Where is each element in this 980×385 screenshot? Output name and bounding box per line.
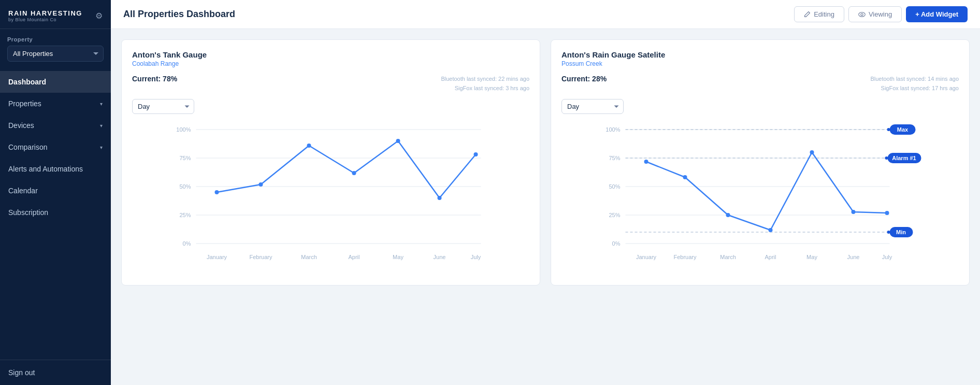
header-actions: Editing Viewing + Add Widget (794, 6, 968, 22)
day-select-2[interactable]: Day Week Month (561, 99, 624, 114)
sidebar-item-label: Dashboard (8, 78, 46, 86)
pencil-icon (804, 11, 811, 18)
svg-point-46 (644, 160, 648, 164)
chart-container-2: 100% 75% 50% 25% 0% January February Mar… (561, 119, 959, 275)
svg-point-52 (885, 211, 889, 215)
logo-sub: by Blue Mountain Co (8, 17, 82, 22)
sidebar-item-dashboard[interactable]: Dashboard (0, 71, 111, 93)
sidebar-item-properties[interactable]: Properties ▾ (0, 93, 111, 115)
svg-point-50 (810, 150, 814, 154)
logo-text: RAIN HARVESTING by Blue Mountain Co (8, 9, 82, 22)
svg-point-21 (307, 144, 311, 148)
eye-icon (858, 12, 866, 17)
svg-point-22 (352, 171, 356, 175)
svg-text:50%: 50% (179, 183, 191, 190)
sidebar: RAIN HARVESTING by Blue Mountain Co ⚙ Pr… (0, 0, 111, 385)
sidebar-item-label: Comparison (8, 143, 47, 151)
svg-text:January: January (636, 254, 657, 260)
svg-text:75%: 75% (609, 155, 620, 161)
chart-container-1: 100% 75% 50% 25% 0% January February Mar… (132, 119, 529, 275)
widget-subtitle-2: Possum Creek (561, 60, 959, 67)
current-value-2: Current: 28% (561, 75, 607, 83)
svg-text:March: March (720, 254, 736, 260)
widget-rain-gauge: Anton's Rain Gauge Satelite Possum Creek… (551, 39, 970, 286)
sidebar-logo: RAIN HARVESTING by Blue Mountain Co ⚙ (0, 0, 111, 29)
gear-icon[interactable]: ⚙ (95, 11, 103, 21)
svg-point-1 (861, 13, 863, 15)
widget-meta-2: Current: 28% Bluetooth last synced: 14 m… (561, 75, 959, 93)
svg-text:July: July (471, 254, 481, 260)
svg-point-47 (683, 175, 687, 179)
sidebar-item-calendar[interactable]: Calendar (0, 180, 111, 202)
chevron-down-icon: ▾ (100, 101, 103, 107)
widget-title-2: Anton's Rain Gauge Satelite (561, 50, 959, 59)
svg-text:100%: 100% (606, 126, 620, 133)
widget-header-2: Anton's Rain Gauge Satelite Possum Creek (561, 50, 959, 67)
property-select[interactable]: All Properties (7, 46, 104, 62)
svg-text:January: January (207, 254, 227, 260)
svg-text:March: March (301, 254, 317, 260)
sidebar-item-label: Calendar (8, 187, 38, 195)
sidebar-item-alerts[interactable]: Alerts and Automations (0, 158, 111, 180)
sidebar-item-devices[interactable]: Devices ▾ (0, 115, 111, 136)
svg-point-55 (887, 128, 890, 131)
svg-text:Min: Min (896, 229, 906, 235)
svg-text:100%: 100% (176, 126, 191, 133)
sidebar-item-subscription[interactable]: Subscription (0, 202, 111, 223)
page-title: All Properties Dashboard (123, 9, 235, 20)
sign-out-button[interactable]: Sign out (0, 360, 111, 385)
sync-info-2: Bluetooth last synced: 14 mins ago SigFo… (870, 75, 959, 93)
property-section: Property All Properties (0, 29, 111, 67)
sidebar-bottom: Sign out (0, 360, 111, 385)
svg-text:February: February (249, 254, 272, 260)
svg-text:Alarm #1: Alarm #1 (892, 155, 916, 161)
widget-tank-gauge: Anton's Tank Gauge Coolabah Range Curren… (121, 39, 540, 286)
sidebar-item-label: Alerts and Automations (8, 165, 83, 173)
svg-point-49 (769, 228, 773, 232)
main-content: All Properties Dashboard Editing Viewing… (111, 0, 980, 385)
svg-text:April: April (765, 254, 776, 260)
widget-header: Anton's Tank Gauge Coolabah Range (132, 50, 529, 67)
chevron-down-icon: ▾ (100, 123, 103, 129)
svg-point-24 (438, 196, 442, 200)
line-chart-2: 100% 75% 50% 25% 0% January February Mar… (561, 119, 959, 275)
header: All Properties Dashboard Editing Viewing… (111, 0, 980, 29)
line-chart-1: 100% 75% 50% 25% 0% January February Mar… (132, 119, 529, 275)
sidebar-item-label: Devices (8, 121, 34, 130)
sidebar-item-comparison[interactable]: Comparison ▾ (0, 136, 111, 158)
svg-text:25%: 25% (179, 212, 191, 218)
svg-text:June: June (434, 254, 446, 260)
svg-text:May: May (806, 254, 817, 260)
svg-point-58 (885, 156, 888, 160)
day-select-1[interactable]: Day Week Month (132, 99, 194, 114)
editing-button[interactable]: Editing (794, 6, 844, 22)
svg-text:25%: 25% (609, 212, 620, 218)
svg-point-20 (259, 182, 263, 187)
dashboard-content: Anton's Tank Gauge Coolabah Range Curren… (111, 29, 980, 385)
svg-text:May: May (393, 254, 403, 260)
sidebar-item-label: Subscription (8, 208, 48, 217)
svg-text:Max: Max (897, 126, 909, 133)
svg-point-25 (474, 152, 478, 156)
svg-text:February: February (673, 254, 697, 260)
svg-text:75%: 75% (179, 155, 191, 161)
svg-point-0 (859, 12, 866, 16)
svg-point-19 (215, 190, 219, 194)
svg-text:0%: 0% (612, 240, 621, 247)
sign-out-label: Sign out (8, 368, 35, 377)
current-value: Current: 78% (132, 75, 177, 83)
add-widget-button[interactable]: + Add Widget (906, 6, 968, 22)
svg-text:June: June (847, 254, 860, 260)
property-label: Property (7, 36, 104, 42)
svg-text:April: April (348, 254, 359, 260)
sidebar-item-label: Properties (8, 99, 41, 108)
sync-info: Bluetooth last synced: 22 mins ago SigFo… (441, 75, 529, 93)
widget-title: Anton's Tank Gauge (132, 50, 529, 59)
svg-point-61 (887, 231, 890, 234)
svg-point-48 (726, 213, 730, 217)
viewing-button[interactable]: Viewing (848, 6, 902, 22)
svg-text:50%: 50% (609, 183, 620, 190)
svg-point-51 (852, 210, 856, 214)
chevron-down-icon: ▾ (100, 145, 103, 150)
widgets-grid: Anton's Tank Gauge Coolabah Range Curren… (121, 39, 970, 286)
